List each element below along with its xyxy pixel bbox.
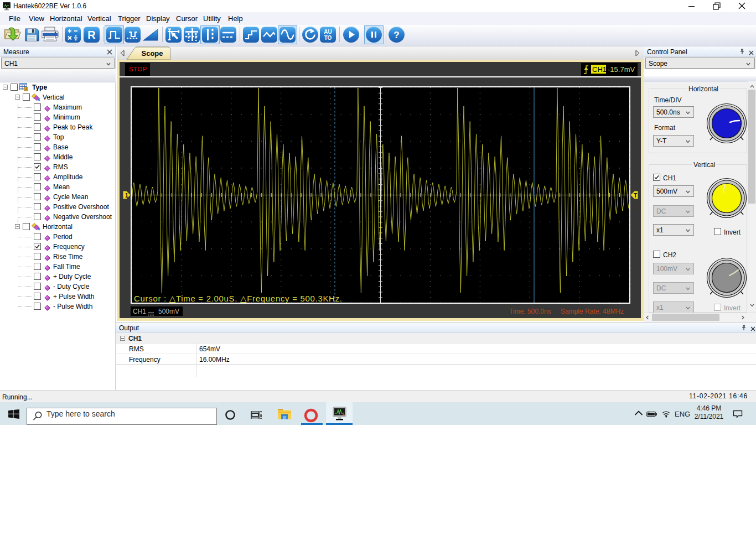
svg-text:1: 1 [125, 193, 128, 199]
svg-text:TO: TO [324, 35, 332, 41]
svg-text:Cursor : △Time = 2.00uS. △Freq: Cursor : △Time = 2.00uS. △Frequency = 50… [134, 294, 342, 303]
svg-text:R: R [87, 29, 96, 41]
svg-text:?: ? [393, 30, 399, 40]
svg-text:AU: AU [324, 29, 332, 35]
svg-text:T: T [634, 193, 637, 199]
svg-text:Scope: Scope [141, 49, 163, 58]
